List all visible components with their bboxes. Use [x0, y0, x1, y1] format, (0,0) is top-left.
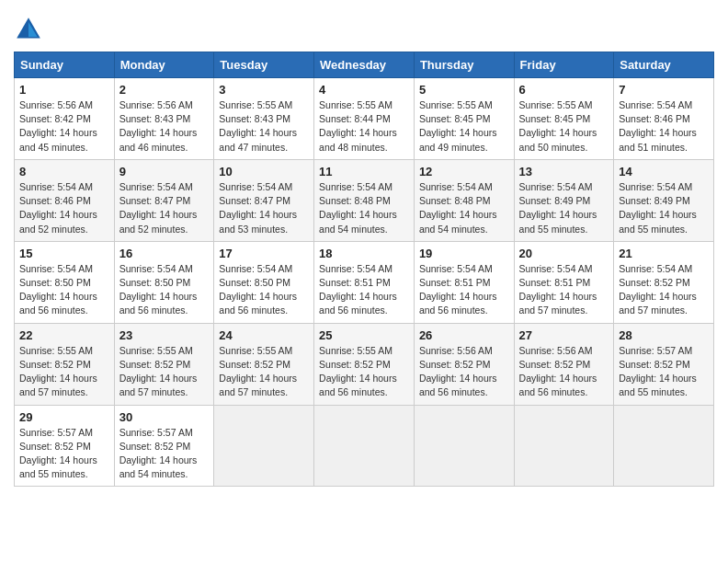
day-of-week-wednesday: Wednesday [314, 52, 415, 78]
day-number: 10 [219, 165, 309, 178]
day-number: 25 [319, 328, 409, 342]
table-row: 9 Sunrise: 5:54 AMSunset: 8:47 PMDayligh… [114, 159, 214, 241]
day-of-week-friday: Friday [514, 52, 614, 78]
day-number: 24 [219, 328, 309, 342]
day-number: 14 [619, 165, 709, 178]
day-number: 17 [219, 247, 309, 260]
day-number: 20 [519, 247, 609, 260]
table-row: 25 Sunrise: 5:55 AMSunset: 8:52 PMDaylig… [314, 323, 415, 405]
table-row: 13 Sunrise: 5:54 AMSunset: 8:49 PMDaylig… [514, 159, 614, 241]
day-number: 26 [419, 328, 509, 342]
table-row: 29 Sunrise: 5:57 AMSunset: 8:52 PMDaylig… [15, 405, 115, 487]
day-number: 23 [119, 328, 210, 342]
day-info: Sunrise: 5:55 AMSunset: 8:52 PMDaylight:… [319, 345, 397, 398]
day-number: 8 [19, 165, 109, 178]
day-number: 27 [519, 328, 609, 342]
table-row: 30 Sunrise: 5:57 AMSunset: 8:52 PMDaylig… [114, 405, 214, 487]
day-info: Sunrise: 5:54 AMSunset: 8:50 PMDaylight:… [219, 263, 297, 316]
table-row: 24 Sunrise: 5:55 AMSunset: 8:52 PMDaylig… [214, 323, 314, 405]
day-info: Sunrise: 5:55 AMSunset: 8:52 PMDaylight:… [119, 345, 198, 398]
day-info: Sunrise: 5:54 AMSunset: 8:47 PMDaylight:… [119, 181, 198, 235]
table-row: 6 Sunrise: 5:55 AMSunset: 8:45 PMDayligh… [514, 78, 614, 160]
day-of-week-monday: Monday [114, 52, 214, 78]
svg-marker-1 [28, 22, 38, 37]
day-number: 12 [419, 165, 509, 178]
day-number: 16 [119, 247, 210, 260]
day-info: Sunrise: 5:54 AMSunset: 8:48 PMDaylight:… [419, 181, 497, 235]
day-info: Sunrise: 5:56 AMSunset: 8:52 PMDaylight:… [519, 345, 597, 398]
day-number: 19 [419, 247, 509, 260]
day-number: 3 [219, 83, 309, 97]
day-info: Sunrise: 5:54 AMSunset: 8:47 PMDaylight:… [219, 181, 297, 235]
day-number: 29 [19, 410, 109, 424]
table-row [414, 405, 514, 487]
day-info: Sunrise: 5:55 AMSunset: 8:44 PMDaylight:… [319, 99, 397, 153]
day-of-week-thursday: Thursday [414, 52, 514, 78]
day-info: Sunrise: 5:57 AMSunset: 8:52 PMDaylight:… [119, 427, 198, 480]
day-info: Sunrise: 5:54 AMSunset: 8:49 PMDaylight:… [519, 181, 597, 235]
day-info: Sunrise: 5:55 AMSunset: 8:45 PMDaylight:… [419, 99, 497, 153]
day-info: Sunrise: 5:55 AMSunset: 8:45 PMDaylight:… [519, 99, 597, 153]
table-row: 23 Sunrise: 5:55 AMSunset: 8:52 PMDaylig… [114, 323, 214, 405]
day-number: 9 [119, 165, 210, 178]
table-row: 28 Sunrise: 5:57 AMSunset: 8:52 PMDaylig… [614, 323, 714, 405]
table-row: 2 Sunrise: 5:56 AMSunset: 8:43 PMDayligh… [114, 78, 214, 160]
day-number: 13 [519, 165, 609, 178]
day-info: Sunrise: 5:56 AMSunset: 8:42 PMDaylight:… [19, 99, 97, 153]
day-info: Sunrise: 5:54 AMSunset: 8:51 PMDaylight:… [519, 263, 597, 316]
table-row: 4 Sunrise: 5:55 AMSunset: 8:44 PMDayligh… [314, 78, 415, 160]
table-row: 5 Sunrise: 5:55 AMSunset: 8:45 PMDayligh… [414, 78, 514, 160]
day-number: 18 [319, 247, 409, 260]
table-row [314, 405, 415, 487]
day-info: Sunrise: 5:54 AMSunset: 8:50 PMDaylight:… [119, 263, 198, 316]
table-row [614, 405, 714, 487]
day-number: 4 [319, 83, 409, 97]
day-number: 15 [19, 247, 109, 260]
day-number: 5 [419, 83, 509, 97]
table-row: 27 Sunrise: 5:56 AMSunset: 8:52 PMDaylig… [514, 323, 614, 405]
day-info: Sunrise: 5:57 AMSunset: 8:52 PMDaylight:… [19, 427, 97, 480]
day-info: Sunrise: 5:55 AMSunset: 8:52 PMDaylight:… [219, 345, 297, 398]
table-row: 18 Sunrise: 5:54 AMSunset: 8:51 PMDaylig… [314, 241, 415, 323]
day-info: Sunrise: 5:54 AMSunset: 8:46 PMDaylight:… [619, 99, 697, 153]
table-row: 12 Sunrise: 5:54 AMSunset: 8:48 PMDaylig… [414, 159, 514, 241]
table-row: 19 Sunrise: 5:54 AMSunset: 8:51 PMDaylig… [414, 241, 514, 323]
table-row: 21 Sunrise: 5:54 AMSunset: 8:52 PMDaylig… [614, 241, 714, 323]
day-info: Sunrise: 5:55 AMSunset: 8:43 PMDaylight:… [219, 99, 297, 153]
day-number: 28 [619, 328, 709, 342]
table-row: 20 Sunrise: 5:54 AMSunset: 8:51 PMDaylig… [514, 241, 614, 323]
calendar: SundayMondayTuesdayWednesdayThursdayFrid… [14, 52, 714, 487]
day-info: Sunrise: 5:54 AMSunset: 8:48 PMDaylight:… [319, 181, 397, 235]
day-of-week-saturday: Saturday [614, 52, 714, 78]
table-row: 26 Sunrise: 5:56 AMSunset: 8:52 PMDaylig… [414, 323, 514, 405]
table-row: 22 Sunrise: 5:55 AMSunset: 8:52 PMDaylig… [15, 323, 115, 405]
day-number: 6 [519, 83, 609, 97]
day-info: Sunrise: 5:57 AMSunset: 8:52 PMDaylight:… [619, 345, 697, 398]
day-number: 22 [19, 328, 109, 342]
day-info: Sunrise: 5:54 AMSunset: 8:51 PMDaylight:… [319, 263, 397, 316]
day-info: Sunrise: 5:55 AMSunset: 8:52 PMDaylight:… [19, 345, 97, 398]
day-info: Sunrise: 5:54 AMSunset: 8:52 PMDaylight:… [619, 263, 697, 316]
day-info: Sunrise: 5:54 AMSunset: 8:50 PMDaylight:… [19, 263, 97, 316]
logo [14, 15, 47, 44]
table-row: 15 Sunrise: 5:54 AMSunset: 8:50 PMDaylig… [15, 241, 115, 323]
table-row [514, 405, 614, 487]
table-row: 14 Sunrise: 5:54 AMSunset: 8:49 PMDaylig… [614, 159, 714, 241]
table-row: 7 Sunrise: 5:54 AMSunset: 8:46 PMDayligh… [614, 78, 714, 160]
logo-icon [14, 15, 43, 44]
day-number: 30 [119, 410, 210, 424]
table-row [214, 405, 314, 487]
table-row: 17 Sunrise: 5:54 AMSunset: 8:50 PMDaylig… [214, 241, 314, 323]
day-info: Sunrise: 5:56 AMSunset: 8:43 PMDaylight:… [119, 99, 198, 153]
day-number: 1 [19, 83, 109, 97]
table-row: 16 Sunrise: 5:54 AMSunset: 8:50 PMDaylig… [114, 241, 214, 323]
day-info: Sunrise: 5:54 AMSunset: 8:51 PMDaylight:… [419, 263, 497, 316]
table-row: 3 Sunrise: 5:55 AMSunset: 8:43 PMDayligh… [214, 78, 314, 160]
day-of-week-sunday: Sunday [15, 52, 115, 78]
header [14, 9, 714, 44]
day-number: 21 [619, 247, 709, 260]
table-row: 8 Sunrise: 5:54 AMSunset: 8:46 PMDayligh… [15, 159, 115, 241]
table-row: 1 Sunrise: 5:56 AMSunset: 8:42 PMDayligh… [15, 78, 115, 160]
day-number: 7 [619, 83, 709, 97]
day-info: Sunrise: 5:54 AMSunset: 8:49 PMDaylight:… [619, 181, 697, 235]
